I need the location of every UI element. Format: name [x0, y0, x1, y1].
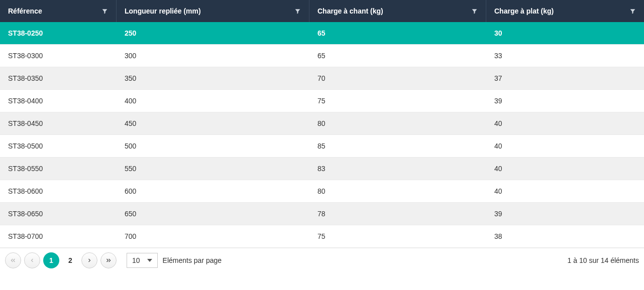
cell-ref: ST38-0400: [0, 90, 117, 112]
table-header-row: RéférenceLongueur repliée (mm)Charge à c…: [0, 0, 644, 22]
column-header-len[interactable]: Longueur repliée (mm): [117, 0, 309, 22]
cell-len: 350: [117, 67, 309, 89]
table-row[interactable]: ST38-04004007539: [0, 90, 644, 112]
cell-chant: 80: [309, 112, 486, 134]
cell-plat: 37: [486, 67, 644, 89]
cell-plat: 40: [486, 180, 644, 202]
table-row[interactable]: ST38-03003006533: [0, 45, 644, 67]
chevron-left-icon: [29, 257, 35, 263]
table-row[interactable]: ST38-03503507037: [0, 67, 644, 90]
cell-ref: ST38-0600: [0, 180, 117, 202]
page-size-label: Eléments par page: [163, 256, 222, 264]
cell-plat: 33: [486, 45, 644, 67]
page-number-1[interactable]: 1: [43, 252, 59, 268]
cell-ref: ST38-0300: [0, 45, 117, 67]
chevron-right-icon: [86, 257, 92, 263]
cell-chant: 83: [309, 158, 486, 180]
column-header-label: Longueur repliée (mm): [125, 7, 201, 15]
table-row[interactable]: ST38-06506507839: [0, 203, 644, 225]
table-body: ST38-02502506530ST38-03003006533ST38-035…: [0, 22, 644, 248]
column-header-ref[interactable]: Référence: [0, 0, 117, 22]
cell-len: 450: [117, 112, 309, 134]
page-numbers: 12: [43, 252, 78, 268]
pagination-bar: 12 10 Eléments par page 1 à 10 sur 14 él…: [0, 248, 644, 273]
table-row[interactable]: ST38-04504508040: [0, 112, 644, 135]
table-row[interactable]: ST38-07007007538: [0, 225, 644, 248]
filter-icon[interactable]: [101, 8, 108, 15]
data-grid: RéférenceLongueur repliée (mm)Charge à c…: [0, 0, 644, 248]
column-header-label: Référence: [8, 7, 42, 15]
cell-ref: ST38-0650: [0, 203, 117, 225]
cell-chant: 80: [309, 180, 486, 202]
cell-ref: ST38-0550: [0, 158, 117, 180]
cell-chant: 85: [309, 135, 486, 157]
cell-plat: 39: [486, 90, 644, 112]
prev-page-button[interactable]: [24, 252, 40, 268]
cell-chant: 75: [309, 90, 486, 112]
column-header-plat[interactable]: Charge à plat (kg): [486, 0, 644, 22]
caret-down-icon: [147, 259, 152, 262]
cell-plat: 38: [486, 225, 644, 247]
filter-icon[interactable]: [294, 8, 301, 15]
table-row[interactable]: ST38-05505508340: [0, 158, 644, 180]
cell-len: 400: [117, 90, 309, 112]
next-page-button[interactable]: [81, 252, 97, 268]
cell-len: 700: [117, 225, 309, 247]
pagination-summary: 1 à 10 sur 14 éléments: [568, 256, 639, 264]
pagination-controls: 12 10 Eléments par page: [5, 252, 222, 268]
cell-ref: ST38-0250: [0, 22, 117, 44]
chevron-double-left-icon: [10, 257, 17, 264]
cell-plat: 40: [486, 135, 644, 157]
cell-plat: 40: [486, 158, 644, 180]
column-header-label: Charge à chant (kg): [317, 7, 383, 15]
cell-len: 300: [117, 45, 309, 67]
chevron-double-right-icon: [105, 257, 112, 264]
page-size-value: 10: [132, 256, 140, 264]
filter-icon[interactable]: [629, 8, 636, 15]
cell-len: 550: [117, 158, 309, 180]
first-page-button[interactable]: [5, 252, 21, 268]
cell-plat: 30: [486, 22, 644, 44]
column-header-chant[interactable]: Charge à chant (kg): [309, 0, 486, 22]
cell-chant: 65: [309, 22, 486, 44]
cell-ref: ST38-0350: [0, 67, 117, 89]
cell-len: 250: [117, 22, 309, 44]
table-row[interactable]: ST38-02502506530: [0, 22, 644, 45]
column-header-label: Charge à plat (kg): [494, 7, 554, 15]
filter-icon[interactable]: [471, 8, 478, 15]
cell-chant: 65: [309, 45, 486, 67]
cell-ref: ST38-0450: [0, 112, 117, 134]
cell-len: 500: [117, 135, 309, 157]
page-number-2[interactable]: 2: [62, 252, 78, 268]
cell-len: 600: [117, 180, 309, 202]
cell-plat: 40: [486, 112, 644, 134]
cell-ref: ST38-0500: [0, 135, 117, 157]
cell-chant: 70: [309, 67, 486, 89]
page-size-select[interactable]: 10: [127, 253, 158, 268]
cell-chant: 78: [309, 203, 486, 225]
cell-ref: ST38-0700: [0, 225, 117, 247]
cell-chant: 75: [309, 225, 486, 247]
last-page-button[interactable]: [100, 252, 117, 268]
table-row[interactable]: ST38-05005008540: [0, 135, 644, 158]
cell-plat: 39: [486, 203, 644, 225]
cell-len: 650: [117, 203, 309, 225]
page-size-control: 10 Eléments par page: [127, 253, 222, 268]
table-row[interactable]: ST38-06006008040: [0, 180, 644, 203]
